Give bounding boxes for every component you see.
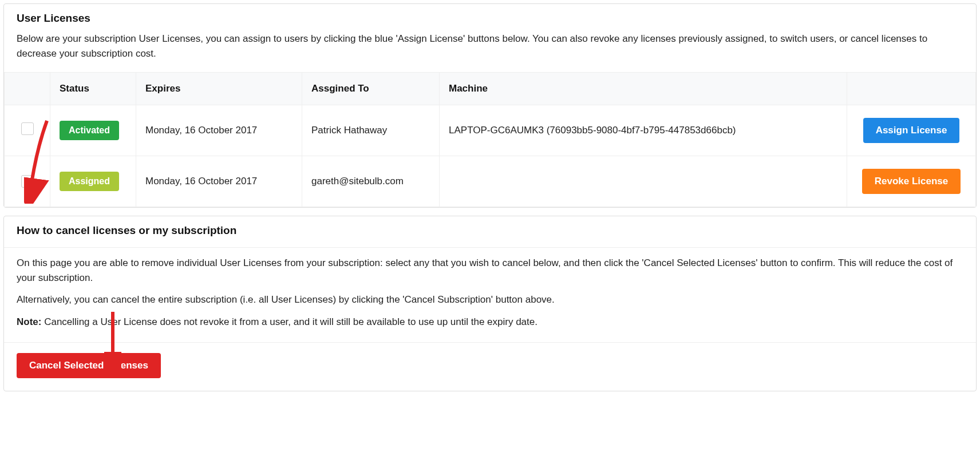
info-note: Note: Cancelling a User License does not… — [17, 315, 963, 330]
status-badge: Activated — [60, 121, 119, 140]
header-machine: Machine — [440, 72, 847, 105]
note-label: Note: — [17, 316, 41, 327]
status-badge: Assigned — [60, 172, 119, 191]
cancel-info-panel: How to cancel licenses or my subscriptio… — [3, 216, 977, 391]
table-row: ✔ Assigned Monday, 16 October 2017 garet… — [5, 156, 976, 207]
row-checkbox[interactable]: ✔ — [21, 175, 34, 188]
table-row: Activated Monday, 16 October 2017 Patric… — [5, 105, 976, 156]
assigned-to-cell: Patrick Hathaway — [302, 105, 440, 156]
expires-cell: Monday, 16 October 2017 — [136, 105, 302, 156]
header-expires: Expires — [136, 72, 302, 105]
revoke-license-button[interactable]: Revoke License — [862, 169, 961, 194]
assign-license-button[interactable]: Assign License — [863, 118, 960, 143]
panel-description: Below are your subscription User License… — [17, 31, 963, 62]
header-status: Status — [50, 72, 136, 105]
row-checkbox[interactable] — [21, 122, 34, 135]
machine-cell: LAPTOP-GC6AUMK3 (76093bb5-9080-4bf7-b795… — [440, 105, 847, 156]
assigned-to-cell: gareth@sitebulb.com — [302, 156, 440, 207]
header-assigned-to: Assgined To — [302, 72, 440, 105]
licenses-table: Status Expires Assgined To Machine Activ… — [4, 72, 976, 207]
header-checkbox — [5, 72, 50, 105]
expires-cell: Monday, 16 October 2017 — [136, 156, 302, 207]
info-paragraph: Alternatively, you can cancel the entire… — [17, 292, 963, 307]
machine-cell — [440, 156, 847, 207]
cancel-selected-licenses-button[interactable]: Cancel Selected Licenses — [17, 353, 161, 378]
user-licenses-panel: User Licenses Below are your subscriptio… — [3, 3, 977, 208]
panel-title: How to cancel licenses or my subscriptio… — [17, 224, 963, 237]
info-paragraph: On this page you are able to remove indi… — [17, 256, 963, 286]
header-action — [847, 72, 976, 105]
panel-title: User Licenses — [17, 12, 963, 25]
